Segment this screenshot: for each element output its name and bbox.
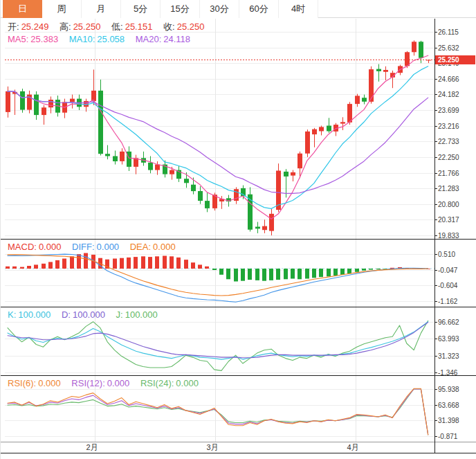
gridlines	[5, 19, 437, 239]
rsi6-legend: RSI(6):0.000	[8, 378, 61, 388]
price-axis-label: 23.216	[438, 123, 459, 130]
macd-bar	[163, 256, 167, 269]
separator-rsi-axis	[1, 442, 476, 442]
candle-body	[347, 104, 352, 123]
macd-bar	[262, 269, 266, 281]
candle-body	[91, 91, 96, 101]
tab-week[interactable]: 周	[42, 0, 82, 18]
main-candlestick-chart[interactable]	[1, 19, 476, 239]
d-legend: D:100.000	[62, 309, 105, 320]
month-label: 2月	[86, 442, 98, 452]
separator-kdj-rsi	[1, 375, 476, 376]
price-axis-label: 21.283	[438, 185, 459, 192]
kdj-axis-label: 96.662	[438, 318, 459, 326]
macd-bar	[77, 254, 81, 269]
macd-bar	[148, 257, 152, 269]
low-label: 低:	[111, 21, 123, 32]
price-axis-label: 25.632	[438, 44, 459, 52]
x-axis-month-labels: 2月3月4月	[1, 442, 476, 453]
macd-bar	[141, 256, 145, 269]
macd-bar	[284, 269, 288, 279]
candle-body	[155, 165, 160, 170]
rsi-axis-label: -0.871	[438, 433, 457, 440]
ma5-legend: MA5:25.383	[8, 34, 58, 44]
high-label: 高:	[60, 21, 71, 32]
rsi-axis-label: 31.398	[438, 417, 459, 424]
candle-body	[205, 201, 210, 208]
tab-month[interactable]: 月	[82, 0, 121, 18]
macd-bar	[84, 253, 88, 269]
candle-body	[305, 132, 310, 154]
macd-bar	[34, 264, 38, 269]
tab-4hour[interactable]: 4时	[279, 0, 318, 18]
macd-bar	[205, 267, 209, 269]
candle-body	[269, 214, 274, 231]
j-line	[8, 321, 428, 370]
macd-bar	[276, 269, 280, 280]
rsi-axis-label: 63.668	[438, 402, 459, 409]
rsi-header: RSI(6):0.000 RSI(12):0.000 RSI(24):0.000	[8, 378, 207, 389]
quote-ma-row: MA5:25.383 MA10:25.058 MA20:24.118	[8, 34, 199, 45]
rsi24-legend: RSI(24):0.000	[140, 378, 199, 388]
macd-bar	[362, 269, 366, 271]
rsi12-legend: RSI(12):0.000	[71, 378, 129, 388]
macd-axis-label: -0.047	[438, 267, 457, 274]
macd-bar	[376, 269, 381, 269]
candle-body	[148, 163, 153, 170]
tab-30min[interactable]: 30分	[200, 0, 239, 18]
tab-day[interactable]: 日	[3, 0, 42, 18]
macd-bar	[340, 269, 345, 275]
macd-histogram	[6, 253, 430, 282]
macd-bar	[291, 269, 295, 279]
price-axis-label: 22.250	[438, 154, 459, 161]
bottom-border	[1, 453, 476, 453]
macd-bar	[127, 258, 131, 269]
price-axis-label: 21.766	[438, 170, 459, 177]
candles-layer	[6, 40, 431, 235]
macd-bar	[255, 269, 259, 280]
rsi-axis-label: 95.938	[438, 386, 459, 393]
kdj-axis-label: 63.993	[438, 335, 459, 343]
quote-high: 高:25.250	[60, 21, 100, 32]
kdj-axis-label: 31.323	[438, 352, 459, 360]
macd-bar	[184, 260, 188, 269]
open-value: 25.249	[21, 21, 49, 32]
price-axis-label: 26.115	[438, 28, 459, 36]
macd-bar	[312, 269, 316, 278]
macd-axis-label: 0.510	[438, 251, 455, 258]
macd-bar	[269, 269, 273, 280]
ma20-legend: MA20:24.118	[136, 34, 190, 44]
macd-bar	[191, 262, 195, 269]
quote-close: 收:25.250	[163, 21, 204, 32]
macd-bar	[20, 267, 24, 269]
candle-body	[184, 179, 189, 183]
candle-body	[120, 152, 125, 161]
macd-bar	[176, 258, 181, 269]
rsi6-line	[8, 388, 428, 435]
candle-body	[262, 226, 267, 231]
candle-body	[327, 126, 331, 132]
macd-bar	[120, 258, 124, 269]
ma10-line	[8, 66, 428, 209]
macd-axis-label: -0.604	[438, 282, 457, 289]
kdj-header: K:100.000 D:100.000 J:100.000	[8, 309, 166, 321]
macd-bar	[369, 269, 373, 270]
tab-60min[interactable]: 60分	[239, 0, 279, 18]
candle-body	[291, 172, 295, 176]
ma5-line	[8, 55, 428, 219]
price-axis-label: 20.317	[438, 216, 459, 224]
macd-axis-label: -1.162	[438, 298, 457, 305]
candle-body	[284, 172, 289, 177]
macd-bar	[198, 264, 202, 269]
macd-bar	[27, 266, 31, 269]
quote-open: 开:25.249	[8, 21, 48, 32]
tab-15min[interactable]: 15分	[161, 0, 200, 18]
macd-bar	[42, 264, 46, 269]
macd-bar	[55, 260, 60, 269]
candle-body	[298, 154, 302, 169]
quote-low: 低:25.151	[111, 21, 152, 32]
tab-5min[interactable]: 5分	[121, 0, 161, 18]
candle-body	[127, 152, 131, 167]
right-axis-line	[434, 19, 435, 453]
macd-bar	[48, 262, 53, 269]
